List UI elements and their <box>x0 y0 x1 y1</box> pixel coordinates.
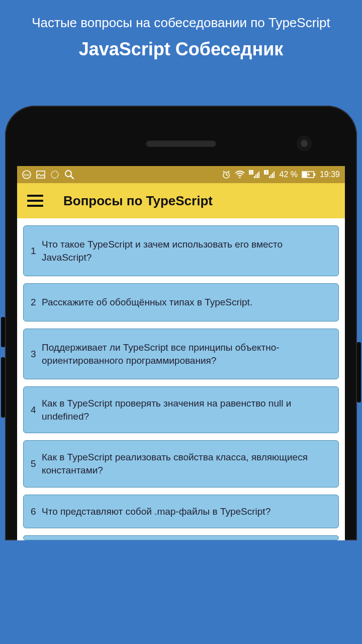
search-icon <box>64 170 74 180</box>
list-item[interactable] <box>23 535 339 540</box>
app-bar: Вопросы по TypeScript <box>17 183 345 218</box>
item-number: 5 <box>31 457 38 470</box>
svg-point-11 <box>239 177 241 179</box>
menu-icon[interactable] <box>27 195 43 207</box>
list-item[interactable]: 5 Как в TypeScript реализовать свойства … <box>23 440 339 487</box>
list-item[interactable]: 2 Расскажите об обобщённых типах в TypeS… <box>23 283 339 321</box>
list-item[interactable]: 4 Как в TypeScript проверять значения на… <box>23 386 339 433</box>
wifi-icon <box>235 171 245 179</box>
svg-rect-25 <box>314 173 315 176</box>
question-list: 1 Что такое TypeScript и зачем использов… <box>17 218 345 540</box>
battery-charging-icon <box>302 171 316 178</box>
svg-rect-15 <box>255 175 256 178</box>
item-text: Что представляют собой .map-файлы в Type… <box>42 505 331 518</box>
alarm-icon <box>222 170 231 179</box>
svg-text:2: 2 <box>265 171 267 174</box>
svg-rect-26 <box>303 172 307 177</box>
promo-title: Частые вопросы на собеседовании по TypeS… <box>0 0 362 36</box>
phone-camera <box>299 138 310 149</box>
svg-text:1: 1 <box>250 171 252 174</box>
list-item[interactable]: 3 Поддерживает ли TypeScript все принцип… <box>23 329 339 379</box>
svg-rect-22 <box>272 173 273 178</box>
phone-speaker <box>146 140 216 147</box>
svg-rect-17 <box>258 172 259 178</box>
phone-side-button <box>1 317 5 347</box>
list-item[interactable]: 6 Что представляют собой .map-файлы в Ty… <box>23 495 339 529</box>
item-text: Как в TypeScript реализовать свойства кл… <box>42 451 331 476</box>
svg-line-10 <box>228 171 229 172</box>
svg-line-9 <box>223 171 224 172</box>
svg-text:imo: imo <box>24 173 29 177</box>
promo-subtitle: JavaScript Собеседник <box>0 36 362 70</box>
page-title: Вопросы по TypeScript <box>63 193 213 209</box>
svg-rect-23 <box>274 172 275 178</box>
item-text: Что такое TypeScript и зачем использоват… <box>42 238 331 264</box>
item-text: Поддерживает ли TypeScript все принципы … <box>42 341 331 367</box>
item-text: Расскажите об обобщённых типах в TypeScr… <box>42 296 331 309</box>
svg-rect-16 <box>257 173 258 178</box>
loading-icon <box>50 170 59 179</box>
svg-line-5 <box>71 176 73 179</box>
phone-side-button <box>1 357 5 418</box>
svg-point-3 <box>51 171 58 178</box>
screen: imo 1 <box>17 166 345 540</box>
item-number: 1 <box>31 245 38 258</box>
item-number: 2 <box>31 296 38 309</box>
svg-rect-2 <box>37 171 45 178</box>
phone-frame: imo 1 <box>5 106 357 540</box>
image-icon <box>36 171 45 179</box>
status-time: 19:39 <box>320 170 340 179</box>
item-number: 4 <box>31 404 38 417</box>
item-number: 3 <box>31 348 38 361</box>
svg-rect-14 <box>254 176 255 178</box>
status-bar: imo 1 <box>17 166 345 183</box>
svg-rect-21 <box>270 175 272 178</box>
list-item[interactable]: 1 Что такое TypeScript и зачем использов… <box>23 225 339 276</box>
item-number: 6 <box>31 505 38 518</box>
phone-top <box>17 121 345 166</box>
svg-rect-20 <box>269 176 270 178</box>
phone-side-button <box>357 342 361 403</box>
signal-sim2-icon: 2 <box>264 170 275 179</box>
battery-percent: 42 % <box>279 170 297 179</box>
imo-icon: imo <box>22 170 31 179</box>
svg-marker-27 <box>307 172 310 177</box>
item-text: Как в TypeScript проверять значения на р… <box>42 397 331 423</box>
signal-sim1-icon: 1 <box>249 170 260 179</box>
